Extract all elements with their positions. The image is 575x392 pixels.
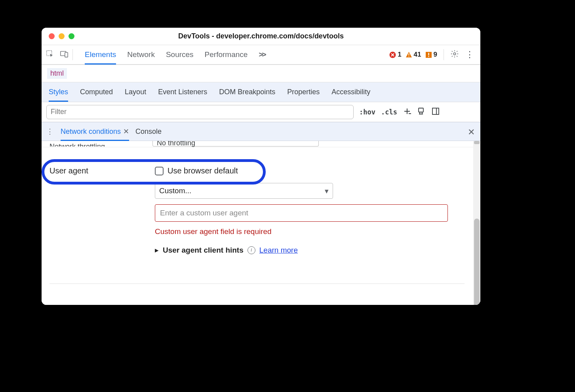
styles-filter-row: :hov .cls — [42, 102, 480, 122]
drawer-more-icon[interactable]: ⋮ — [46, 127, 54, 136]
custom-user-agent-input[interactable]: Enter a custom user agent — [155, 204, 448, 222]
drawer-tab-network-conditions-label: Network conditions — [61, 127, 121, 136]
use-browser-default-checkbox[interactable] — [155, 167, 164, 175]
user-agent-select-value: Custom... — [159, 186, 191, 195]
user-agent-error-message: Custom user agent field is required — [155, 227, 480, 236]
svg-point-9 — [453, 53, 456, 55]
network-throttling-select[interactable]: No throttling — [152, 141, 319, 147]
computed-sidebar-icon[interactable] — [431, 107, 440, 117]
section-divider — [50, 284, 465, 284]
custom-user-agent-placeholder: Enter a custom user agent — [160, 209, 248, 217]
drawer-tabbar: ⋮ Network conditions ✕ Console ✕ — [42, 122, 480, 141]
main-toolbar: Elements Network Sources Performance >> … — [42, 45, 480, 65]
warning-icon — [406, 51, 412, 58]
inspect-element-icon[interactable] — [46, 49, 54, 60]
subtab-computed[interactable]: Computed — [80, 82, 113, 102]
paint-flashing-icon[interactable] — [417, 107, 426, 117]
subtab-layout[interactable]: Layout — [125, 82, 146, 102]
chevron-down-icon: ▾ — [325, 186, 329, 196]
ua-client-hints-label[interactable]: User agent client hints — [163, 246, 244, 255]
dom-breadcrumb: html — [42, 65, 480, 82]
subtab-properties[interactable]: Properties — [287, 82, 320, 102]
user-agent-select[interactable]: Custom... ▾ — [155, 183, 333, 199]
svg-rect-4 — [408, 53, 409, 55]
more-icon[interactable]: ⋮ — [463, 49, 476, 60]
user-agent-label: User agent — [50, 166, 155, 175]
breadcrumb-html[interactable]: html — [47, 68, 67, 79]
svg-rect-11 — [432, 108, 439, 114]
svg-rect-8 — [428, 56, 429, 57]
device-toolbar-icon[interactable] — [60, 49, 69, 60]
settings-icon[interactable] — [450, 49, 459, 60]
svg-rect-2 — [65, 52, 68, 57]
new-style-rule-icon[interactable] — [403, 107, 411, 117]
window-zoom-button[interactable] — [69, 33, 74, 39]
issues-badge[interactable]: 9 — [425, 51, 437, 59]
errors-count: 1 — [398, 51, 401, 59]
tabs-overflow-button[interactable]: >> — [259, 46, 265, 64]
warnings-badge[interactable]: 41 — [406, 51, 421, 59]
errors-badge[interactable]: 1 — [389, 51, 401, 59]
issues-count: 9 — [434, 51, 437, 59]
tab-performance[interactable]: Performance — [205, 46, 248, 64]
network-conditions-panel: Network throttling No throttling User ag… — [42, 141, 480, 305]
drawer-tab-console[interactable]: Console — [135, 123, 162, 141]
cls-toggle[interactable]: .cls — [381, 108, 397, 116]
subtab-styles[interactable]: Styles — [49, 82, 68, 102]
use-browser-default-label: Use browser default — [168, 166, 238, 175]
tab-network[interactable]: Network — [127, 46, 155, 64]
network-throttling-label: Network throttling — [50, 141, 152, 147]
learn-more-link[interactable]: Learn more — [259, 246, 298, 255]
hov-toggle[interactable]: :hov — [359, 108, 375, 116]
tab-elements[interactable]: Elements — [85, 46, 116, 64]
drawer-tab-network-conditions[interactable]: Network conditions ✕ — [61, 122, 129, 141]
window-close-button[interactable] — [49, 33, 55, 39]
tab-sources[interactable]: Sources — [166, 46, 194, 64]
window-minimize-button[interactable] — [59, 33, 65, 39]
issue-icon — [425, 51, 432, 58]
info-icon[interactable]: i — [248, 246, 255, 254]
window-title: DevTools - developer.chrome.com/docs/dev… — [42, 32, 480, 40]
svg-rect-7 — [428, 53, 429, 55]
close-network-conditions-icon[interactable]: ✕ — [123, 127, 129, 136]
svg-rect-5 — [408, 56, 409, 57]
svg-rect-10 — [419, 108, 423, 112]
use-browser-default-checkbox-wrap[interactable]: Use browser default — [155, 166, 238, 175]
warnings-count: 41 — [414, 51, 421, 59]
subtab-event-listeners[interactable]: Event Listeners — [158, 82, 207, 102]
devtools-window: DevTools - developer.chrome.com/docs/dev… — [42, 28, 480, 305]
styles-filter-input[interactable] — [46, 105, 354, 119]
user-agent-section: User agent Use browser default — [42, 147, 480, 183]
panel-scrollbar-thumb[interactable] — [474, 219, 480, 305]
error-icon — [389, 51, 396, 58]
titlebar: DevTools - developer.chrome.com/docs/dev… — [42, 28, 480, 45]
elements-subtabs: Styles Computed Layout Event Listeners D… — [42, 82, 480, 102]
drawer-close-icon[interactable]: ✕ — [468, 127, 475, 137]
panel-scrollbar-thumb-top[interactable] — [474, 141, 480, 144]
traffic-lights — [42, 33, 74, 39]
subtab-dom-breakpoints[interactable]: DOM Breakpoints — [219, 82, 275, 102]
disclosure-triangle-icon[interactable]: ▸ — [155, 245, 159, 255]
subtab-accessibility[interactable]: Accessibility — [331, 82, 370, 102]
